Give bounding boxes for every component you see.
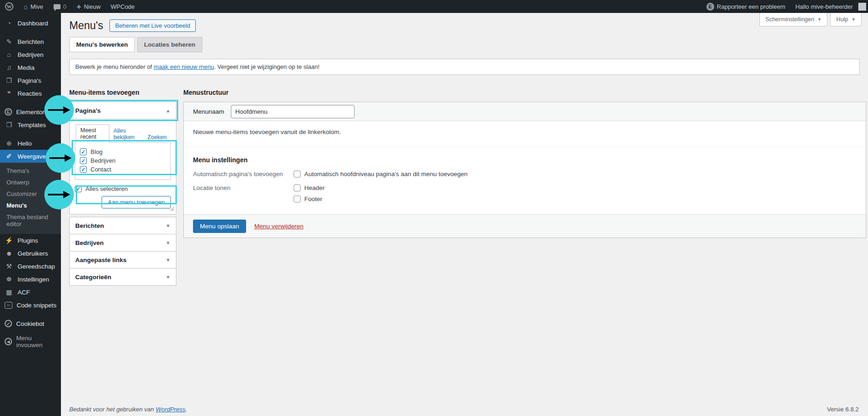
categorieen-panel-header[interactable]: Categorieën ▼ bbox=[70, 269, 176, 285]
my-account-menu[interactable]: Hallo mive-beheerder bbox=[790, 0, 868, 13]
tools-icon: ⚒ bbox=[5, 263, 13, 269]
wordpress-logo-icon: W bbox=[5, 2, 13, 11]
screen-options-button[interactable]: Scherminstellingen ▼ bbox=[760, 13, 828, 26]
aangepaste-links-panel-header[interactable]: Aangepaste links ▼ bbox=[70, 251, 176, 268]
create-new-menu-link[interactable]: maak een nieuw menu bbox=[154, 63, 214, 70]
sidebar-item-hello[interactable]: ⊕ Hello bbox=[0, 137, 61, 150]
notice-text: Bewerk je menu hieronder of bbox=[75, 63, 154, 70]
folder-icon: ❒ bbox=[5, 122, 13, 128]
sidebar-item-cookiebot[interactable]: ✓ Cookiebot bbox=[0, 317, 61, 330]
pages-filter-tabs: Meest recent Alles bekijken Zoeken bbox=[75, 124, 171, 143]
help-button[interactable]: Hulp ▼ bbox=[830, 13, 862, 26]
page-item-blog: Blog bbox=[80, 147, 166, 156]
sidebar-item-gereedschap[interactable]: ⚒ Gereedschap bbox=[0, 260, 61, 273]
tab-locaties-beheren[interactable]: Locaties beheren bbox=[137, 37, 202, 52]
sidebar-item-berichten[interactable]: ✎ Berichten bbox=[0, 35, 61, 48]
checkbox-contact[interactable] bbox=[80, 166, 87, 173]
save-menu-button[interactable]: Menu opslaan bbox=[193, 220, 246, 233]
tab-zoeken[interactable]: Zoeken bbox=[143, 132, 171, 143]
sidebar-item-label: Reacties bbox=[18, 90, 42, 97]
submenu-item-menus[interactable]: Menu's bbox=[0, 200, 61, 211]
sidebar-item-media[interactable]: ♫ Media bbox=[0, 61, 61, 74]
sidebar-item-weergave[interactable]: ✐ Weergave bbox=[0, 150, 61, 163]
sidebar-item-label: Gebruikers bbox=[18, 250, 48, 257]
sidebar-item-elementor[interactable]: E Elementor DE bbox=[0, 105, 61, 118]
collapse-menu-button[interactable]: ◀ Menu invouwen bbox=[0, 332, 61, 351]
accordion-closed-icon: ▼ bbox=[166, 257, 170, 263]
admin-bar-right: E Rapporteer een probleem Hallo mive-beh… bbox=[701, 0, 868, 13]
submenu-item-customizer[interactable]: Customizer bbox=[0, 188, 61, 200]
settings-icon: ☸ bbox=[5, 276, 13, 282]
plus-icon: + bbox=[77, 3, 81, 11]
sidebar-item-acf[interactable]: ▦ ACF bbox=[0, 286, 61, 299]
checkbox-auto-add[interactable] bbox=[294, 171, 301, 177]
collapse-arrow-icon: ◀ bbox=[5, 338, 12, 345]
sidebar-item-bedrijven[interactable]: ⌂ Bedrijven bbox=[0, 48, 61, 61]
menu-name-label: Menunaam bbox=[193, 108, 224, 115]
page-item-label: Blog bbox=[90, 148, 102, 155]
checkbox-bedrijven[interactable] bbox=[80, 157, 87, 164]
wordpress-link[interactable]: WordPress bbox=[156, 406, 185, 413]
page-item-label: Bedrijven bbox=[90, 157, 115, 164]
sidebar-item-label: Media bbox=[18, 64, 35, 71]
comments-link[interactable]: 0 bbox=[48, 0, 72, 13]
location-label: Footer bbox=[304, 196, 322, 202]
greeting-label: Hallo mive-beheerder bbox=[796, 3, 853, 10]
edit-menu-notice: Bewerk je menu hieronder of maak een nie… bbox=[69, 59, 860, 75]
comments-icon: ❝ bbox=[5, 90, 13, 97]
tab-meest-recent[interactable]: Meest recent bbox=[76, 124, 109, 143]
page-item-bedrijven: Bedrijven bbox=[80, 156, 166, 165]
report-problem-link[interactable]: E Rapporteer een probleem bbox=[701, 0, 790, 13]
submenu-item-themas[interactable]: Thema's bbox=[0, 165, 61, 177]
location-label: Header bbox=[304, 184, 325, 191]
tab-menus-bewerken[interactable]: Menu's bewerken bbox=[69, 37, 135, 52]
new-content-menu[interactable]: + Nieuw bbox=[72, 0, 106, 13]
sidebar-item-paginas[interactable]: ❐ Pagina's bbox=[0, 74, 61, 87]
sidebar-item-label: Instellingen bbox=[18, 276, 49, 283]
live-preview-button[interactable]: Beheren met Live voorbeeld bbox=[109, 19, 196, 32]
sidebar-item-instellingen[interactable]: ☸ Instellingen bbox=[0, 273, 61, 286]
sidebar-item-label: Weergave bbox=[18, 153, 46, 160]
sidebar-item-reacties[interactable]: ❝ Reacties bbox=[0, 87, 61, 100]
menu-name-input[interactable] bbox=[231, 105, 355, 118]
sidebar-item-label: Bedrijven bbox=[18, 51, 43, 58]
checkbox-blog[interactable] bbox=[80, 148, 87, 155]
page-tabs: Menu's bewerken Locaties beheren bbox=[69, 37, 202, 52]
sidebar-item-label: Elementor bbox=[16, 109, 45, 116]
admin-bar: W ⌂ Mive 0 + Nieuw WPCode E Rapporteer e… bbox=[0, 0, 868, 13]
sidebar-item-dashboard[interactable]: ◔ Dashboard bbox=[0, 17, 61, 30]
resize-handle[interactable] bbox=[169, 205, 175, 213]
checkbox-location-header[interactable] bbox=[294, 184, 301, 191]
empty-menu-hint: Nieuwe menu-items toevoegen vanuit de li… bbox=[193, 128, 856, 135]
add-to-menu-button[interactable]: Aan menu toevoegen bbox=[102, 196, 171, 208]
plus-circle-icon: ⊕ bbox=[5, 140, 13, 147]
submenu-item-ontwerp[interactable]: Ontwerp bbox=[0, 177, 61, 188]
submenu-item-thema-bestand-editor[interactable]: Thema bestand editor bbox=[0, 211, 61, 230]
checkbox-location-footer[interactable] bbox=[294, 196, 301, 202]
sidebar-item-gebruikers[interactable]: ☻ Gebruikers bbox=[0, 247, 61, 260]
sidebar-item-code-snippets[interactable]: /> Code snippets bbox=[0, 299, 61, 312]
acf-icon: ▦ bbox=[5, 289, 13, 295]
berichten-panel-header[interactable]: Berichten ▼ bbox=[70, 217, 176, 234]
accordion-open-icon: ▲ bbox=[166, 108, 170, 113]
pages-panel-header[interactable]: Pagina's ▲ bbox=[70, 102, 176, 119]
sidebar-item-label: Gereedschap bbox=[18, 263, 55, 270]
tab-alles-bekijken[interactable]: Alles bekijken bbox=[109, 125, 144, 143]
delete-menu-link[interactable]: Menu verwijderen bbox=[254, 223, 304, 230]
sidebar-item-label: Templates bbox=[18, 122, 46, 128]
comment-count: 0 bbox=[63, 3, 66, 10]
display-location-label: Locatie tonen bbox=[193, 184, 294, 202]
panel-title: Berichten bbox=[75, 222, 104, 229]
site-name-link[interactable]: ⌂ Mive bbox=[18, 0, 48, 13]
footer-text: . bbox=[185, 406, 187, 413]
checkbox-select-all[interactable] bbox=[75, 185, 82, 192]
wpcode-menu[interactable]: WPCode bbox=[106, 0, 140, 13]
sidebar-item-templates[interactable]: ❒ Templates bbox=[0, 118, 61, 131]
wordpress-logo-menu[interactable]: W bbox=[0, 0, 18, 13]
bedrijven-panel: Bedrijven ▼ bbox=[69, 234, 176, 251]
bedrijven-panel-header[interactable]: Bedrijven ▼ bbox=[70, 234, 176, 251]
media-icon: ♫ bbox=[5, 64, 13, 71]
sidebar-item-label: Berichten bbox=[18, 38, 44, 45]
pushpin-icon: ✎ bbox=[5, 38, 13, 45]
sidebar-item-plugins[interactable]: ⚡ Plugins bbox=[0, 234, 61, 247]
